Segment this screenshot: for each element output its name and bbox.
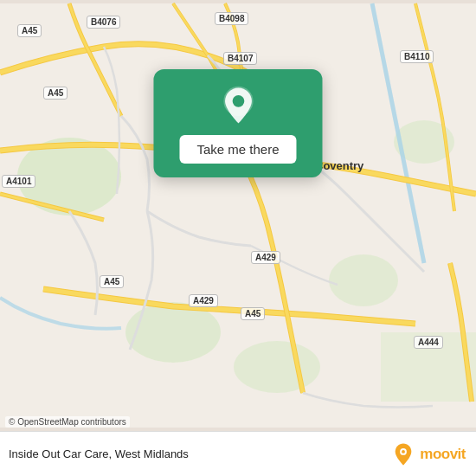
location-card: Take me there bbox=[153, 69, 322, 177]
svg-point-6 bbox=[234, 341, 320, 393]
map-area: A45 B4076 B4098 B4107 B4110 A45 Coventry… bbox=[0, 0, 476, 431]
take-me-there-button[interactable]: Take me there bbox=[179, 135, 296, 164]
moovit-text: moovit bbox=[420, 446, 466, 463]
map-attribution: © OpenStreetMap contributors bbox=[5, 416, 130, 428]
map-background bbox=[0, 0, 476, 431]
svg-point-8 bbox=[232, 95, 244, 107]
bottom-bar: Inside Out Car Care, West Midlands moovi… bbox=[0, 431, 476, 476]
app: A45 B4076 B4098 B4107 B4110 A45 Coventry… bbox=[0, 0, 476, 476]
pin-icon bbox=[217, 85, 259, 126]
location-info: Inside Out Car Care, West Midlands bbox=[9, 447, 189, 460]
moovit-logo: moovit bbox=[391, 442, 466, 466]
moovit-pin-icon bbox=[391, 442, 415, 466]
svg-point-3 bbox=[329, 254, 398, 306]
svg-point-10 bbox=[402, 449, 405, 453]
